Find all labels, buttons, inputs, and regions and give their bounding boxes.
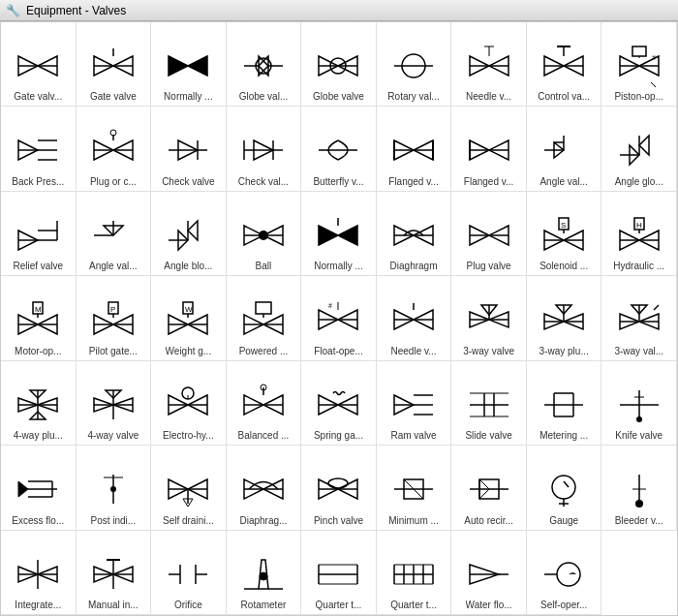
valve-item-piston-op[interactable]: #Piston-op...: [601, 22, 677, 107]
valve-label-angle-val-2: Angle val...: [89, 261, 137, 271]
svg-rect-130: [256, 302, 271, 314]
svg-text:M: M: [35, 305, 42, 314]
valve-item-pinch-valve[interactable]: Pinch valve: [301, 446, 377, 530]
valve-symbol-powered: [239, 298, 288, 342]
valve-item-needle-v2[interactable]: Needle v...: [377, 276, 452, 360]
valve-item-4way-plu[interactable]: 4-way plu...: [1, 361, 77, 446]
valve-item-3way-valve[interactable]: 3-way valve: [451, 276, 527, 360]
valve-item-powered[interactable]: Powered ...: [227, 276, 302, 360]
valve-item-4way-val[interactable]: 4-way valve: [77, 361, 152, 446]
valve-item-angle-val-2[interactable]: Angle val...: [77, 192, 152, 276]
valve-item-gauge[interactable]: Gauge: [527, 446, 602, 530]
valve-item-check-valve-1[interactable]: Check valve: [151, 107, 227, 191]
valve-item-ball[interactable]: Ball: [227, 192, 302, 276]
valve-label-hydraulic: Hydraulic ...: [613, 261, 664, 271]
valve-item-angle-glo[interactable]: Angle glo...: [601, 107, 677, 191]
valve-item-back-pres[interactable]: Back Pres...: [1, 107, 77, 191]
valve-item-weight-g[interactable]: WWeight g...: [151, 276, 227, 360]
valve-label-needle-valve-1: Needle v...: [466, 91, 511, 102]
valve-item-rotary-valve[interactable]: Rotary val...: [377, 22, 452, 107]
valve-item-motor-op[interactable]: MMotor-op...: [1, 276, 77, 360]
svg-point-86: [259, 231, 268, 240]
valve-item-globe-valve-2[interactable]: Globe valve: [301, 22, 377, 107]
valve-item-metering[interactable]: Metering ...: [527, 361, 602, 446]
valve-item-angle-blo[interactable]: Angle blo...: [151, 192, 227, 276]
valve-item-manual-in[interactable]: Manual in...: [77, 531, 152, 615]
valve-item-needle-valve-1[interactable]: Needle v...: [451, 22, 527, 107]
valve-item-diaphrag-m[interactable]: Diaphrag...: [227, 446, 302, 530]
valve-symbol-diaphrag-m: [239, 468, 288, 511]
valve-item-self-oper[interactable]: Self-oper...: [527, 531, 602, 615]
valve-item-hydraulic[interactable]: HHydraulic ...: [601, 192, 677, 276]
valve-label-gauge: Gauge: [549, 515, 578, 526]
svg-point-225: [552, 476, 575, 499]
svg-marker-82: [188, 221, 198, 240]
valve-item-spring-ga[interactable]: Spring ga...: [301, 361, 377, 446]
valve-item-plug-valve[interactable]: Plug valve: [451, 192, 527, 276]
valve-item-ram-valve[interactable]: Ram valve: [377, 361, 452, 446]
valve-item-slide-valve[interactable]: Slide valve: [451, 361, 527, 446]
svg-marker-71: [639, 136, 649, 155]
valve-item-plug-or-c[interactable]: Plug or c...: [77, 107, 152, 191]
valve-item-butterfly[interactable]: Butterfly v...: [301, 107, 377, 191]
valve-label-globe-valve-2: Globe valve: [313, 91, 364, 102]
valve-item-water-flo[interactable]: Water flo...: [451, 531, 527, 615]
valve-label-minimum: Minimum ...: [388, 515, 439, 526]
valve-symbol-needle-v2: [389, 298, 438, 342]
valve-item-diaphragm[interactable]: Diaghragm: [377, 192, 452, 276]
valve-item-quarter-t2[interactable]: Quarter t...: [377, 531, 452, 615]
valve-item-flanged-v1[interactable]: Flanged v...: [377, 107, 452, 191]
valve-item-orifice[interactable]: Orifice: [151, 531, 227, 615]
valve-item-control-valve[interactable]: Control va...: [527, 22, 602, 107]
valve-symbol-check-valve-1: [164, 129, 212, 172]
svg-text:S: S: [561, 221, 566, 230]
valve-symbol-angle-blo: [164, 213, 212, 257]
valve-item-quarter-t1[interactable]: Quarter t...: [301, 531, 377, 615]
valve-item-post-indi[interactable]: Post indi...: [77, 446, 152, 530]
valve-label-metering: Metering ...: [539, 430, 588, 441]
valve-item-3way-val[interactable]: 3-way val...: [601, 276, 677, 360]
valve-item-globe-valve-1[interactable]: Globe val...: [227, 22, 302, 107]
valve-label-spring-ga: Spring ga...: [314, 430, 363, 441]
valve-symbol-pilot-gate: P: [89, 298, 138, 342]
title-text: Equipment - Valves: [26, 4, 126, 17]
valve-label-slide-valve: Slide valve: [465, 430, 511, 441]
valve-item-balanced[interactable]: Balanced ...: [227, 361, 302, 446]
valve-item-auto-recir[interactable]: Auto recir...: [451, 446, 527, 530]
valve-item-gate-valve-2[interactable]: Gate valve: [77, 22, 152, 107]
valve-item-rotameter[interactable]: Rotameter: [227, 531, 302, 615]
valve-item-relief-valve[interactable]: Relief valve: [1, 192, 77, 276]
valve-item-normally-o[interactable]: Normally ...: [301, 192, 377, 276]
valve-symbol-3way-val: [615, 298, 663, 342]
valve-label-flanged-v1: Flanged v...: [388, 176, 439, 187]
valve-item-knife-valve[interactable]: Knife valve: [601, 361, 677, 446]
valve-item-gate-valve-1[interactable]: Gate valv...: [1, 22, 77, 107]
valve-label-bleeder: Bleeder v...: [615, 515, 663, 526]
valve-item-bleeder[interactable]: Bleeder v...: [601, 446, 677, 530]
valve-item-integrate[interactable]: Integrate...: [1, 531, 77, 615]
svg-line-228: [564, 481, 569, 487]
valve-symbol-self-oper: [539, 552, 588, 596]
valve-item-electro-hy[interactable]: Electro-hy...: [151, 361, 227, 446]
valve-item-normally-closed[interactable]: Normally ...: [151, 22, 227, 107]
valve-item-check-valve-2[interactable]: Check val...: [227, 107, 302, 191]
svg-rect-34: [632, 46, 646, 56]
svg-marker-88: [319, 226, 338, 245]
valve-item-flanged-v2[interactable]: Flanged v...: [451, 107, 527, 191]
valve-item-solenoid[interactable]: SSolenoid ...: [527, 192, 602, 276]
svg-text:#: #: [328, 302, 332, 309]
valve-item-self-drain[interactable]: Self draini...: [151, 446, 227, 530]
valve-symbol-integrate: [14, 552, 62, 596]
valve-item-angle-val-1[interactable]: Angle val...: [527, 107, 602, 191]
valve-label-back-pres: Back Pres...: [12, 176, 64, 187]
valve-symbol-ram-valve: [389, 383, 438, 426]
valve-label-auto-recir: Auto recir...: [464, 515, 513, 526]
valve-item-pilot-gate[interactable]: PPilot gate...: [77, 276, 152, 360]
valve-item-excess-flo[interactable]: Excess flo...: [1, 446, 77, 530]
valve-item-3way-plu[interactable]: 3-way plu...: [527, 276, 602, 360]
valve-item-float-ope[interactable]: #Float-ope...: [301, 276, 377, 360]
valve-label-self-drain: Self draini...: [163, 515, 214, 526]
valve-item-minimum[interactable]: Minimum ...: [377, 446, 452, 530]
valve-label-quarter-t2: Quarter t...: [390, 600, 437, 610]
valve-label-check-valve-2: Check val...: [238, 176, 289, 187]
